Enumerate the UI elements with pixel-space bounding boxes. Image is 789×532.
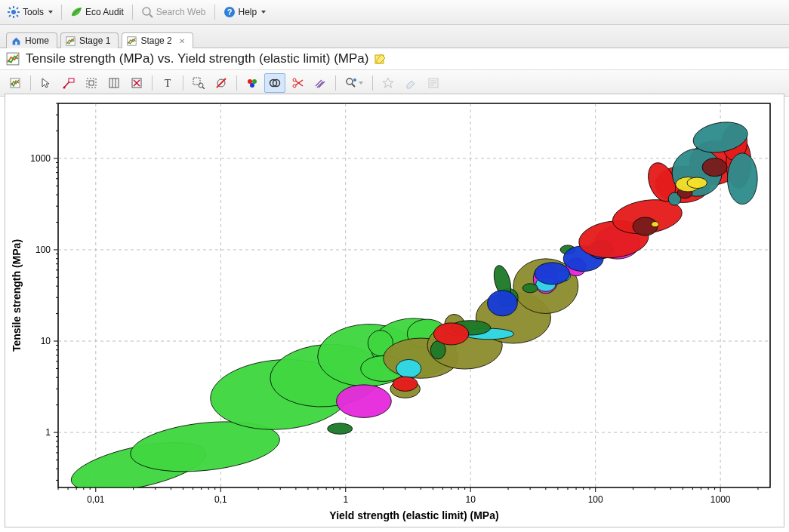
box-zoom-button[interactable] bbox=[81, 73, 102, 93]
chart-toolbar: T bbox=[0, 70, 789, 97]
undo-zoom-button[interactable] bbox=[126, 73, 147, 93]
separator bbox=[335, 75, 336, 91]
svg-point-214 bbox=[727, 153, 757, 204]
svg-text:T: T bbox=[165, 78, 171, 89]
tab-stage-2[interactable]: Stage 2 ✕ bbox=[122, 32, 193, 48]
chevron-down-icon bbox=[48, 11, 53, 14]
gear-icon bbox=[8, 6, 20, 18]
pointer-button[interactable] bbox=[35, 73, 57, 93]
overlap-highlight-button[interactable] bbox=[264, 73, 285, 93]
svg-line-35 bbox=[217, 78, 226, 88]
tab-label: Stage 1 bbox=[79, 35, 110, 46]
find-dropdown-button[interactable] bbox=[341, 73, 368, 93]
svg-rect-22 bbox=[87, 78, 96, 88]
eraser-button[interactable] bbox=[400, 73, 421, 93]
svg-line-5 bbox=[9, 8, 11, 9]
svg-point-220 bbox=[687, 177, 707, 189]
svg-point-36 bbox=[248, 79, 252, 84]
svg-line-10 bbox=[149, 14, 153, 17]
help-menu[interactable]: ? Help bbox=[219, 5, 271, 20]
tab-label: Home bbox=[25, 35, 49, 46]
tools-label: Tools bbox=[23, 7, 44, 17]
scissors-button[interactable] bbox=[287, 73, 308, 93]
chart-title-bar: Tensile strength (MPa) vs. Yield strengt… bbox=[0, 48, 789, 70]
svg-point-9 bbox=[143, 8, 150, 15]
svg-text:Yield strength (elastic limit): Yield strength (elastic limit) (MPa) bbox=[329, 509, 498, 521]
note-button[interactable] bbox=[423, 73, 444, 93]
chart-icon bbox=[127, 36, 137, 46]
svg-rect-20 bbox=[69, 78, 74, 82]
svg-point-48 bbox=[347, 78, 353, 85]
svg-text:0,01: 0,01 bbox=[87, 494, 105, 505]
eco-audit-button[interactable]: Eco Audit bbox=[66, 5, 128, 20]
chart-icon bbox=[66, 36, 76, 46]
separator bbox=[183, 75, 183, 91]
close-icon[interactable]: ✕ bbox=[179, 37, 185, 45]
chevron-down-icon bbox=[359, 81, 363, 85]
svg-rect-23 bbox=[89, 81, 94, 85]
globe-search-icon bbox=[141, 6, 153, 18]
svg-line-6 bbox=[17, 15, 18, 17]
hatch-button[interactable] bbox=[310, 73, 331, 93]
leaf-icon bbox=[70, 6, 82, 18]
search-web-button: Search Web bbox=[137, 5, 211, 20]
color-families-button[interactable] bbox=[242, 73, 263, 93]
svg-line-44 bbox=[296, 80, 304, 85]
svg-rect-55 bbox=[58, 103, 770, 487]
separator bbox=[61, 5, 62, 20]
svg-point-221 bbox=[652, 222, 659, 227]
svg-line-8 bbox=[9, 15, 11, 17]
eco-audit-label: Eco Audit bbox=[85, 7, 124, 17]
svg-rect-13 bbox=[15, 42, 17, 45]
toggle-envelope-button[interactable] bbox=[103, 73, 125, 93]
svg-point-37 bbox=[252, 79, 257, 84]
search-web-label: Search Web bbox=[156, 7, 206, 17]
svg-line-33 bbox=[202, 87, 205, 89]
svg-text:Tensile strength (MPa): Tensile strength (MPa) bbox=[11, 239, 23, 352]
svg-point-21 bbox=[63, 87, 66, 89]
tab-label: Stage 2 bbox=[140, 35, 171, 46]
separator bbox=[132, 5, 133, 20]
svg-point-197 bbox=[522, 284, 538, 293]
chevron-down-icon bbox=[261, 11, 266, 14]
separator bbox=[372, 75, 373, 91]
svg-line-49 bbox=[352, 84, 355, 87]
redraw-button[interactable] bbox=[5, 73, 26, 93]
tools-menu[interactable]: Tools bbox=[3, 5, 57, 20]
tab-stage-1[interactable]: Stage 1 bbox=[60, 32, 119, 48]
svg-text:1000: 1000 bbox=[30, 153, 51, 164]
favorite-button[interactable] bbox=[378, 73, 399, 93]
svg-line-43 bbox=[296, 81, 304, 86]
zoom-selection-button[interactable] bbox=[188, 73, 209, 93]
svg-text:1: 1 bbox=[45, 427, 51, 438]
svg-text:10: 10 bbox=[466, 494, 476, 505]
svg-point-199 bbox=[488, 291, 518, 316]
drag-label-button[interactable] bbox=[58, 73, 79, 93]
remove-hidden-button[interactable] bbox=[211, 73, 232, 93]
home-icon bbox=[11, 36, 21, 46]
svg-text:100: 100 bbox=[35, 244, 51, 255]
separator bbox=[152, 75, 153, 91]
tab-strip: Home Stage 1 Stage 2 ✕ bbox=[0, 25, 789, 48]
svg-point-38 bbox=[250, 83, 254, 88]
svg-text:100: 100 bbox=[588, 494, 603, 505]
text-button[interactable]: T bbox=[157, 73, 178, 93]
chart-title: Tensile strength (MPa) vs. Yield strengt… bbox=[26, 51, 368, 66]
svg-point-188 bbox=[396, 359, 421, 377]
svg-point-204 bbox=[393, 377, 418, 391]
svg-point-200 bbox=[535, 263, 569, 284]
svg-text:1: 1 bbox=[343, 494, 348, 505]
svg-point-192 bbox=[328, 423, 353, 435]
separator bbox=[236, 75, 237, 91]
svg-line-7 bbox=[17, 8, 18, 9]
app-toolbar: Tools Eco Audit Search Web ? Help bbox=[0, 0, 789, 25]
svg-text:1000: 1000 bbox=[710, 494, 731, 505]
help-label: Help bbox=[239, 7, 257, 17]
svg-rect-24 bbox=[109, 78, 119, 88]
chart-area[interactable]: 0,010,111010010001101001000Yield strengt… bbox=[5, 94, 784, 527]
svg-text:0,1: 0,1 bbox=[214, 494, 227, 505]
help-icon: ? bbox=[223, 6, 236, 18]
tab-home[interactable]: Home bbox=[6, 32, 57, 48]
edit-note-icon[interactable] bbox=[374, 53, 387, 65]
scatter-chart[interactable]: 0,010,111010010001101001000Yield strengt… bbox=[5, 94, 784, 527]
